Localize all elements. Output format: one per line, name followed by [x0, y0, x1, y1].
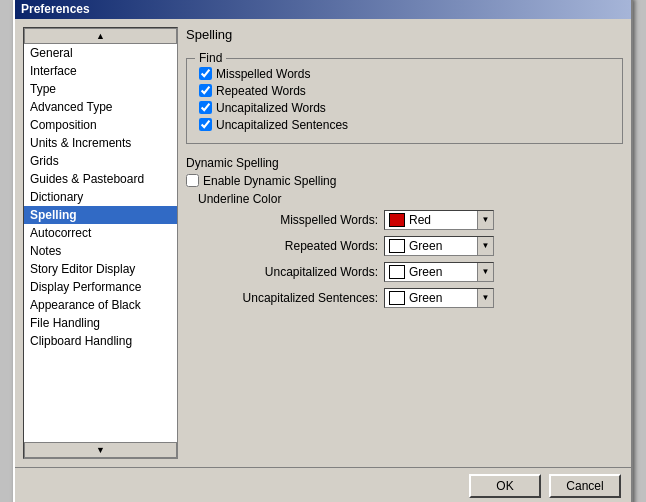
cancel-button[interactable]: Cancel — [549, 474, 621, 498]
sidebar-item[interactable]: Interface — [24, 62, 177, 80]
color-row: Repeated Words:Green▼ — [198, 236, 623, 256]
dynamic-spelling-section: Dynamic Spelling Enable Dynamic Spelling… — [186, 156, 623, 314]
find-checkbox-row: Uncapitalized Words — [199, 101, 610, 115]
color-text: Green — [409, 265, 477, 279]
sidebar-item[interactable]: Type — [24, 80, 177, 98]
find-checkbox-label: Repeated Words — [216, 84, 306, 98]
color-dropdown-3[interactable]: Green▼ — [384, 288, 494, 308]
enable-dynamic-label: Enable Dynamic Spelling — [203, 174, 336, 188]
sidebar: ▲ GeneralInterfaceTypeAdvanced TypeCompo… — [23, 27, 178, 459]
color-swatch — [389, 213, 405, 227]
find-group: Find Misspelled WordsRepeated WordsUncap… — [186, 58, 623, 144]
scroll-down-button[interactable]: ▼ — [24, 442, 177, 458]
underline-color-section: Underline Color Misspelled Words:Red▼Rep… — [198, 192, 623, 308]
find-checkbox-row: Uncapitalized Sentences — [199, 118, 610, 132]
find-checkbox-row: Repeated Words — [199, 84, 610, 98]
enable-dynamic-row: Enable Dynamic Spelling — [186, 174, 623, 188]
find-checkbox-row: Misspelled Words — [199, 67, 610, 81]
find-checkboxes: Misspelled WordsRepeated WordsUncapitali… — [199, 67, 610, 132]
underline-color-header: Underline Color — [198, 192, 623, 206]
sidebar-item[interactable]: General — [24, 44, 177, 62]
find-checkbox-0[interactable] — [199, 67, 212, 80]
sidebar-item[interactable]: Advanced Type — [24, 98, 177, 116]
sidebar-item[interactable]: Composition — [24, 116, 177, 134]
main-content: Spelling Find Misspelled WordsRepeated W… — [186, 27, 623, 459]
find-checkbox-2[interactable] — [199, 101, 212, 114]
find-group-title: Find — [195, 51, 226, 65]
color-row-label: Uncapitalized Sentences: — [198, 291, 378, 305]
find-checkbox-label: Uncapitalized Sentences — [216, 118, 348, 132]
find-checkbox-label: Misspelled Words — [216, 67, 310, 81]
sidebar-item[interactable]: Clipboard Handling — [24, 332, 177, 350]
preferences-dialog: Preferences ▲ GeneralInterfaceTypeAdvanc… — [13, 0, 633, 502]
ok-button[interactable]: OK — [469, 474, 541, 498]
sidebar-item[interactable]: Story Editor Display — [24, 260, 177, 278]
title-bar: Preferences — [15, 0, 631, 19]
color-arrow-icon: ▼ — [477, 211, 493, 229]
color-row: Uncapitalized Sentences:Green▼ — [198, 288, 623, 308]
color-text: Green — [409, 239, 477, 253]
dialog-footer: OK Cancel — [15, 467, 631, 503]
sidebar-item[interactable]: Spelling — [24, 206, 177, 224]
color-arrow-icon: ▼ — [477, 263, 493, 281]
sidebar-item[interactable]: File Handling — [24, 314, 177, 332]
dynamic-spelling-label: Dynamic Spelling — [186, 156, 623, 170]
color-text: Red — [409, 213, 477, 227]
color-row: Uncapitalized Words:Green▼ — [198, 262, 623, 282]
color-swatch — [389, 291, 405, 305]
sidebar-item[interactable]: Units & Increments — [24, 134, 177, 152]
color-swatch — [389, 239, 405, 253]
color-text: Green — [409, 291, 477, 305]
color-row: Misspelled Words:Red▼ — [198, 210, 623, 230]
color-swatch — [389, 265, 405, 279]
scroll-up-button[interactable]: ▲ — [24, 28, 177, 44]
sidebar-item[interactable]: Appearance of Black — [24, 296, 177, 314]
sidebar-item[interactable]: Guides & Pasteboard — [24, 170, 177, 188]
find-checkbox-3[interactable] — [199, 118, 212, 131]
enable-dynamic-checkbox[interactable] — [186, 174, 199, 187]
find-checkbox-1[interactable] — [199, 84, 212, 97]
sidebar-item[interactable]: Notes — [24, 242, 177, 260]
dialog-body: ▲ GeneralInterfaceTypeAdvanced TypeCompo… — [15, 19, 631, 467]
section-title: Spelling — [186, 27, 623, 42]
color-arrow-icon: ▼ — [477, 289, 493, 307]
find-checkbox-label: Uncapitalized Words — [216, 101, 326, 115]
sidebar-item[interactable]: Grids — [24, 152, 177, 170]
color-row-label: Misspelled Words: — [198, 213, 378, 227]
sidebar-item[interactable]: Dictionary — [24, 188, 177, 206]
color-dropdown-0[interactable]: Red▼ — [384, 210, 494, 230]
sidebar-item[interactable]: Autocorrect — [24, 224, 177, 242]
color-dropdown-2[interactable]: Green▼ — [384, 262, 494, 282]
sidebar-item[interactable]: Display Performance — [24, 278, 177, 296]
color-row-label: Uncapitalized Words: — [198, 265, 378, 279]
sidebar-list: GeneralInterfaceTypeAdvanced TypeComposi… — [24, 44, 177, 442]
dialog-title: Preferences — [21, 2, 90, 16]
color-dropdown-1[interactable]: Green▼ — [384, 236, 494, 256]
color-arrow-icon: ▼ — [477, 237, 493, 255]
color-rows: Misspelled Words:Red▼Repeated Words:Gree… — [198, 210, 623, 308]
color-row-label: Repeated Words: — [198, 239, 378, 253]
